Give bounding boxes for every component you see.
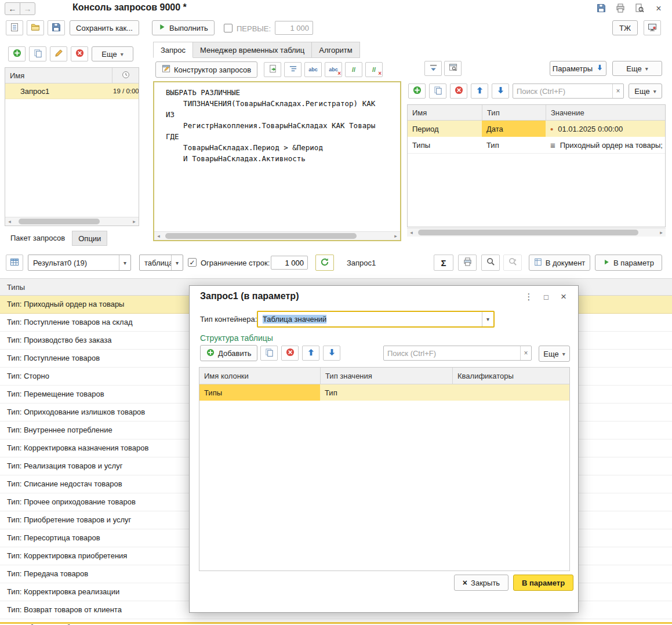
save-icon-button[interactable] [594,2,609,15]
print-icon-button[interactable] [613,2,628,15]
export-query-button[interactable] [264,62,281,77]
params-search-input[interactable] [513,84,612,98]
scroll-right-icon[interactable]: ▸ [657,228,666,237]
forward-button[interactable]: → [20,2,35,15]
dialog-to-parameter-button[interactable]: В параметр [513,575,573,591]
format-query-button[interactable] [284,62,302,77]
params-more-button[interactable]: Еще▾ [612,61,662,76]
close-window-button[interactable]: × [651,2,666,15]
refresh-result-button[interactable] [315,255,334,271]
dialog-maximize-button[interactable]: □ [539,290,554,303]
monitor-settings-button[interactable] [644,20,661,35]
parameters-toggle-button[interactable]: Параметры [550,61,606,76]
result-grid-button[interactable] [6,255,23,271]
query-list-header-name[interactable]: Имя [5,68,112,83]
scroll-left-icon[interactable]: ◂ [407,228,416,237]
totals-button[interactable]: Σ [434,255,453,271]
clear-search-icon[interactable]: × [520,346,531,360]
tab-query[interactable]: Запрос [153,42,193,58]
dialog-close-button[interactable]: × [556,290,571,303]
structure-header-qualifiers[interactable]: Квалификаторы [452,368,569,384]
find-next-button[interactable] [503,255,522,271]
back-button[interactable]: ← [5,2,20,15]
history-column-header[interactable] [112,68,139,83]
add-query-button[interactable] [8,46,26,61]
tab-query-batch[interactable]: Пакет запросов [5,231,71,245]
query-text-editor[interactable]: ВЫБРАТЬ РАЗЛИЧНЫЕ ТИПЗНАЧЕНИЯ(ТоварыНаСк… [153,81,401,241]
structure-header-name[interactable]: Имя колонки [199,368,320,384]
dialog-close-action-button[interactable]: ×Закрыть [454,575,508,591]
scroll-thumb[interactable] [418,230,638,235]
tab-algorithm[interactable]: Алгоритм [311,42,359,58]
scroll-right-icon[interactable]: ▸ [391,232,400,240]
copy-param-button[interactable] [429,83,446,99]
edit-query-button[interactable] [50,46,67,61]
column-up-button[interactable] [302,346,319,361]
params-header-name[interactable]: Имя [408,105,482,120]
param-row[interactable]: Типы Тип ≡Приходный ордер на товары; [408,137,665,154]
structure-header-type[interactable]: Тип значения [320,368,452,384]
save-as-button[interactable]: Сохранить как... [70,20,139,35]
add-column-button[interactable]: Добавить [200,345,257,361]
params-header-value[interactable]: Значение [546,105,665,120]
print-result-button[interactable] [458,255,477,271]
save-file-button[interactable] [48,20,65,35]
scroll-right-icon[interactable]: ▸ [130,217,139,226]
open-file-button[interactable] [27,20,44,35]
structure-row[interactable]: Типы Тип [199,384,569,401]
param-row[interactable]: Период Дата •01.01.2025 0:00:00 [408,121,665,137]
comment-button[interactable]: // [345,62,362,77]
params-header-type[interactable]: Тип [482,105,546,120]
limit-rows-input[interactable] [271,256,308,270]
chevron-down-icon[interactable]: ▾ [171,255,183,270]
arrow-up-icon [475,86,484,96]
clear-search-icon[interactable]: × [612,84,623,98]
first-rows-input[interactable] [275,21,313,35]
dialog-search-input[interactable] [384,346,520,360]
limit-rows-checkbox[interactable]: ✓ [188,258,197,267]
params-horizontal-scrollbar[interactable]: ◂ ▸ [407,228,666,237]
view-mode-select[interactable]: таблица ▾ [139,255,183,271]
scroll-left-icon[interactable]: ◂ [5,217,14,226]
find-in-result-button[interactable] [481,255,500,271]
scroll-thumb[interactable] [19,219,100,224]
remove-quotes-button[interactable]: abc× [325,62,342,77]
result-header-types[interactable]: Типы [0,279,30,295]
execute-button[interactable]: Выполнить [152,20,215,35]
tab-temp-tables[interactable]: Менеджер временных таблиц [192,42,312,58]
move-up-button[interactable] [471,83,488,99]
pick-form-button[interactable] [444,61,462,76]
query-list-button[interactable] [6,20,23,35]
add-param-button[interactable] [408,83,426,99]
container-type-select[interactable]: Таблица значений ▾ [257,311,495,328]
query-list-row[interactable]: Запрос1 19 / 0:00 [5,83,139,99]
copy-query-button[interactable] [29,46,46,61]
params-toolbar-more-button[interactable]: Еще▾ [629,83,662,99]
add-quotes-button[interactable]: abc [304,62,322,77]
result-select[interactable]: Результат0 (19) ▾ [28,255,131,271]
tech-journal-button[interactable]: ТЖ [612,20,638,35]
delete-column-button[interactable] [281,346,299,361]
queries-more-button[interactable]: Еще▾ [92,46,133,61]
chevron-down-icon[interactable]: ▾ [119,255,130,270]
delete-query-button[interactable] [71,46,88,61]
dialog-more-button[interactable]: Еще▾ [539,346,570,362]
scroll-thumb[interactable] [165,233,357,239]
editor-horizontal-scrollbar[interactable]: ◂ ▸ [154,231,400,240]
move-down-button[interactable] [492,83,509,99]
to-parameter-button[interactable]: В параметр [595,255,662,271]
delete-param-button[interactable] [450,83,467,99]
collapse-params-button[interactable] [424,61,442,76]
dialog-menu-button[interactable]: ⋮ [521,290,536,303]
scroll-left-icon[interactable]: ◂ [154,232,163,240]
query-list-horizontal-scrollbar[interactable]: ◂ ▸ [5,217,139,226]
query-constructor-button[interactable]: Конструктор запросов [155,61,257,78]
first-rows-checkbox[interactable] [224,24,233,32]
chevron-down-icon[interactable]: ▾ [482,312,493,326]
column-down-button[interactable] [323,346,340,361]
uncomment-button[interactable]: //× [365,62,383,77]
tab-options[interactable]: Опции [72,231,107,246]
copy-column-button[interactable] [260,346,278,361]
preview-icon-button[interactable] [632,2,647,15]
to-document-button[interactable]: В документ [529,255,590,271]
